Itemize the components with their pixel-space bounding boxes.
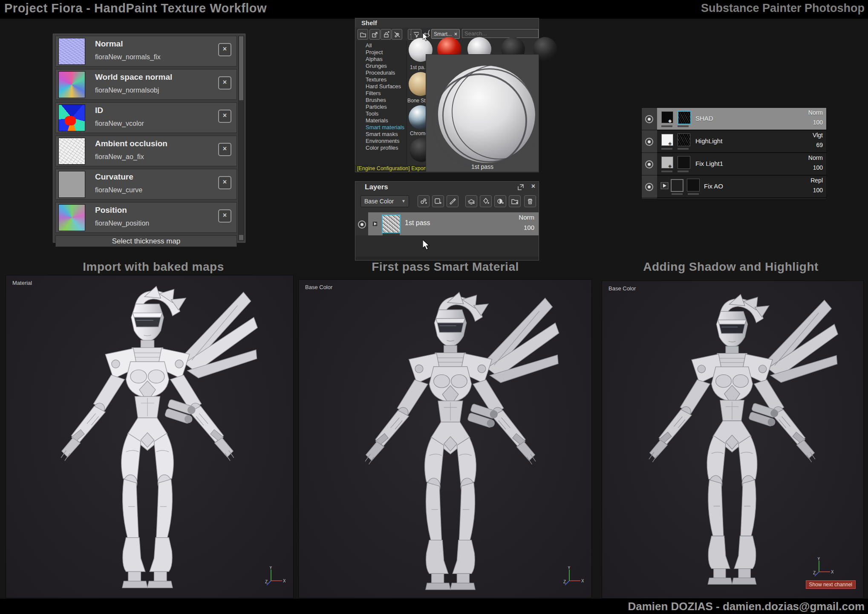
category-item[interactable]: Filters [366, 90, 407, 97]
scrollbar[interactable] [238, 36, 244, 240]
baked-map-row[interactable]: World space normal fioraNew_normalsobj × [55, 69, 237, 100]
channel-dropdown[interactable]: Base Color ▼ [360, 195, 409, 207]
add-effect-icon[interactable] [418, 195, 430, 207]
layer-opacity[interactable]: 100 [813, 119, 823, 126]
layer-blend-mode[interactable]: Norm [808, 109, 823, 116]
character-render [340, 291, 561, 597]
remove-map-button[interactable]: × [218, 209, 231, 223]
close-icon[interactable]: × [531, 182, 535, 190]
category-item[interactable]: Environments [366, 138, 407, 145]
character-render [37, 285, 258, 595]
layer-opacity[interactable]: 100 [524, 224, 534, 231]
category-item[interactable]: Materials [366, 117, 407, 124]
paint-tool-icon[interactable] [447, 195, 459, 207]
category-item[interactable]: Brushes [366, 97, 407, 104]
layer-opacity[interactable]: 69 [816, 142, 823, 148]
layer-mask-thumbnail[interactable] [678, 111, 691, 125]
layer-visibility-toggle[interactable] [645, 160, 653, 168]
popout-icon[interactable] [517, 184, 524, 191]
category-item[interactable]: Alphas [366, 56, 407, 63]
baked-map-row[interactable]: Normal fioraNew_normals_fix × [55, 36, 237, 67]
svg-text:Z: Z [265, 579, 268, 584]
category-item[interactable]: Smart masks [366, 131, 407, 138]
ps-layer-row-shad[interactable]: ◈ SHAD Norm 100 [642, 108, 826, 130]
search-input[interactable] [462, 29, 539, 38]
stage: Normal fioraNew_normals_fix × World spac… [0, 19, 868, 599]
layer-name: SHAD [695, 115, 713, 122]
ps-layer-row-highlight[interactable]: ◈ HighLight Vlgt 69 [642, 130, 826, 152]
viewport-first-pass[interactable]: Base Color Y X Z [298, 279, 592, 598]
layer-blend-mode[interactable]: Norm [519, 214, 534, 221]
position-map-thumbnail [58, 204, 85, 231]
viewport-material[interactable]: Material Y X Z [6, 275, 294, 598]
viewport-shadow-highlight[interactable]: Base Color Y X Z Show next channel [602, 281, 864, 599]
add-resource-icon[interactable] [381, 29, 391, 40]
layer-blend-mode[interactable]: Norm [808, 154, 823, 161]
remove-map-button[interactable]: × [218, 43, 231, 56]
map-label: World space normal [95, 72, 172, 82]
folder-icon[interactable] [358, 29, 368, 40]
shelf-panel: Shelf ( Smart... × All Project Alphas [355, 18, 539, 172]
viewport-channel-label: Base Color [305, 284, 332, 290]
remove-map-button[interactable]: × [218, 143, 231, 156]
category-item[interactable]: Tools [366, 110, 407, 117]
layer-opacity[interactable]: 100 [813, 187, 823, 194]
delete-layer-icon[interactable] [524, 195, 536, 207]
layer-blend-mode[interactable]: Vlgt [813, 132, 823, 139]
ps-layer-row-fix-ao[interactable]: Fix AO Repl 100 [642, 176, 826, 197]
svg-text:Y: Y [568, 566, 571, 570]
category-item[interactable]: All [366, 42, 407, 49]
category-item[interactable]: Color profiles [366, 145, 407, 151]
layer-thumbnail[interactable] [687, 179, 700, 191]
add-fill-layer-icon[interactable] [480, 195, 492, 207]
group-thumbnail[interactable] [671, 179, 683, 192]
thumb-underline [661, 125, 672, 127]
add-layer-icon[interactable] [465, 195, 477, 207]
layer-expand-icon[interactable] [372, 220, 378, 227]
layer-visibility-toggle[interactable] [645, 183, 653, 191]
layer-row-1st-pass[interactable]: 1st pass Norm 100 [368, 212, 539, 235]
svg-text:X: X [581, 579, 584, 583]
layers-panel: Layers × Base Color ▼ [355, 181, 539, 261]
select-thickness-map-button[interactable]: Select thickness map [55, 235, 237, 247]
baked-map-row[interactable]: ID fioraNew_vcolor × [55, 102, 237, 133]
remove-map-button[interactable]: × [218, 176, 231, 189]
layer-mask-thumbnail[interactable] [678, 156, 690, 169]
layer-mask-thumbnail[interactable] [678, 133, 690, 146]
chip-close-icon[interactable]: × [454, 31, 457, 37]
svg-text:X: X [283, 579, 285, 583]
layer-blend-mode[interactable]: Repl [810, 177, 823, 184]
layer-thumbnail[interactable] [382, 214, 401, 233]
category-item[interactable]: Grunges [366, 63, 407, 70]
add-adjustment-icon[interactable] [494, 195, 506, 207]
ao-map-thumbnail [58, 138, 85, 165]
add-mask-icon[interactable] [432, 195, 444, 207]
baked-map-row[interactable]: Position fioraNew_position × [55, 202, 237, 233]
category-item-selected[interactable]: Smart materials [366, 124, 407, 131]
category-item[interactable]: Project [366, 49, 407, 56]
photoshop-layers-panel: ◈ SHAD Norm 100 ◈ HighLight Vlgt 69 [641, 107, 827, 200]
map-label: Position [95, 206, 127, 215]
category-item[interactable]: Procedurals [366, 70, 407, 76]
layer-visibility-toggle[interactable] [358, 220, 366, 229]
category-item[interactable]: Textures [366, 76, 407, 83]
layers-empty-area [355, 235, 539, 257]
layer-opacity[interactable]: 100 [813, 164, 823, 171]
category-item[interactable]: Hard Surfaces [366, 83, 407, 90]
layer-name: 1st pass [405, 219, 430, 227]
folder-expand-icon[interactable] [660, 182, 669, 190]
layer-visibility-toggle[interactable] [645, 115, 653, 123]
ps-layer-row-fix-light1[interactable]: ◈ Fix Light1 Norm 100 [642, 153, 826, 175]
baked-map-row[interactable]: Ambient occlusion fioraNew_ao_fix × [55, 136, 237, 166]
baked-map-row[interactable]: Curvature fioraNew_curve × [55, 169, 237, 200]
add-folder-icon[interactable] [509, 195, 521, 207]
brush-presets-icon[interactable] [392, 29, 402, 40]
remove-map-button[interactable]: × [218, 76, 231, 90]
category-item[interactable]: Particles [366, 104, 407, 110]
layers-panel-footer [355, 257, 539, 260]
export-icon[interactable] [369, 29, 380, 40]
layer-visibility-toggle[interactable] [645, 138, 653, 146]
remove-map-button[interactable]: × [218, 110, 231, 123]
thumb-underline [672, 193, 683, 195]
layer-name: Fix Light1 [695, 160, 723, 167]
